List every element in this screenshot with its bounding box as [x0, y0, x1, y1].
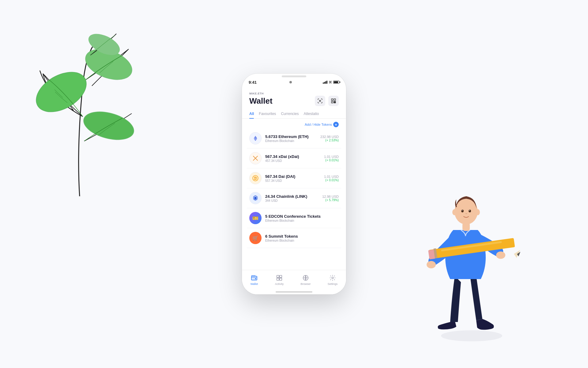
- tab-currencies[interactable]: Currencies: [281, 112, 299, 118]
- dai-token-icon: [249, 172, 262, 184]
- edcon-token-chain: Ethereum Blockchain: [265, 219, 335, 222]
- nav-activity[interactable]: Activity: [275, 274, 284, 286]
- link-token-icon: [249, 192, 262, 204]
- browser-nav-label: Browser: [300, 282, 311, 286]
- link-change: (+ 5.79%): [322, 198, 339, 202]
- token-item-edcon[interactable]: 🎫 5 EDCON Conference Tickets Ethereum Bl…: [247, 208, 341, 228]
- eth-token-values: 232.98 USD (+ 2.53%): [320, 135, 339, 142]
- eth-usd-value: 232.98 USD: [320, 135, 339, 139]
- eth-change: (+ 2.53%): [320, 139, 339, 142]
- dai-token-sub: 557.34 USD: [265, 179, 320, 182]
- edcon-token-icon: 🎫: [249, 212, 262, 224]
- settings-nav-icon: [329, 274, 336, 282]
- browser-nav-icon: [302, 274, 309, 282]
- link-token-values: 12.98 USD (+ 5.79%): [322, 195, 339, 202]
- eth-token-chain: Ethereum Blockchain: [265, 139, 317, 143]
- qr-button[interactable]: [328, 96, 339, 106]
- svg-point-33: [441, 330, 502, 341]
- eth-token-icon: [249, 132, 262, 144]
- add-tokens-bar: Add / Hide Tokens +: [242, 119, 346, 128]
- svg-rect-11: [334, 102, 335, 102]
- phone-content: MIKE.ETH Wallet: [242, 87, 346, 294]
- dai-token-name: 567.34 Dai (DAI): [265, 174, 320, 179]
- tab-favourites[interactable]: Favourites: [259, 112, 276, 118]
- signal-icon: [323, 81, 327, 84]
- scan-button[interactable]: [315, 96, 325, 106]
- xdai-token-info: 567.34 xDai (xDai) 457.34 USD: [265, 154, 320, 163]
- svg-rect-47: [462, 222, 470, 231]
- add-tokens-icon: +: [333, 122, 339, 127]
- svg-rect-9: [334, 99, 336, 100]
- svg-point-34: [427, 261, 436, 268]
- token-item-summit[interactable]: 🛒 6 Summit Tokens Ethereum Blockchain: [247, 228, 341, 248]
- wallet-nav-icon: [251, 274, 258, 282]
- svg-rect-12: [335, 102, 336, 102]
- dai-usd-value: 1.01 USD: [324, 175, 339, 178]
- nav-wallet[interactable]: Wallet: [251, 274, 258, 286]
- nav-settings[interactable]: Settings: [328, 274, 338, 286]
- edcon-token-info: 5 EDCON Conference Tickets Ethereum Bloc…: [265, 214, 335, 222]
- settings-nav-label: Settings: [328, 282, 338, 286]
- wifi-icon: ⌘: [329, 80, 332, 84]
- dai-change: (+ 0.01%): [324, 178, 339, 182]
- nav-browser[interactable]: Browser: [300, 274, 311, 286]
- svg-point-44: [469, 210, 470, 211]
- username-label: MIKE.ETH: [249, 92, 339, 95]
- svg-point-46: [476, 209, 480, 215]
- svg-point-7: [319, 100, 321, 102]
- token-item-eth[interactable]: 5.6733 Ethereum (ETH) Ethereum Blockchai…: [247, 128, 341, 148]
- xdai-token-sub: 457.34 USD: [265, 159, 320, 163]
- summit-token-icon: 🛒: [249, 232, 262, 244]
- wallet-header: MIKE.ETH Wallet: [242, 87, 346, 106]
- leaf-decoration: [18, 25, 147, 209]
- person-illustration: [410, 159, 533, 343]
- token-list: 5.6733 Ethereum (ETH) Ethereum Blockchai…: [242, 128, 346, 248]
- tab-all[interactable]: All: [249, 112, 254, 118]
- page-title: Wallet: [249, 96, 273, 106]
- header-action-icons: [315, 96, 339, 106]
- link-token-info: 24.34 Chainlink (LINK) 344 USD: [265, 194, 318, 202]
- link-token-sub: 344 USD: [265, 199, 318, 202]
- activity-nav-icon: [276, 274, 283, 282]
- link-token-name: 24.34 Chainlink (LINK): [265, 194, 318, 199]
- svg-rect-24: [251, 276, 257, 280]
- svg-rect-26: [255, 278, 256, 279]
- svg-rect-27: [277, 275, 279, 278]
- svg-point-45: [452, 209, 457, 215]
- tab-attestation[interactable]: Attestatio: [303, 112, 319, 118]
- add-tokens-label: Add / Hide Tokens: [305, 123, 332, 126]
- tab-bar: All Favourites Currencies Attestatio: [242, 108, 346, 119]
- svg-point-43: [462, 210, 463, 211]
- activity-nav-label: Activity: [275, 282, 284, 286]
- camera-dot: [289, 81, 292, 83]
- wallet-nav-label: Wallet: [251, 282, 258, 286]
- svg-rect-14: [335, 102, 336, 103]
- svg-rect-10: [331, 102, 333, 103]
- summit-token-info: 6 Summit Tokens Ethereum Blockchain: [265, 234, 335, 242]
- xdai-token-icon: [249, 152, 262, 164]
- link-usd-value: 12.98 USD: [322, 195, 339, 198]
- xdai-token-name: 567.34 xDai (xDai): [265, 154, 320, 159]
- token-item-xdai[interactable]: 567.34 xDai (xDai) 457.34 USD 1.01 USD (…: [247, 148, 341, 168]
- eth-token-info: 5.6733 Ethereum (ETH) Ethereum Blockchai…: [265, 134, 317, 143]
- notch-pill: [282, 75, 306, 77]
- svg-rect-8: [331, 99, 333, 100]
- phone-body: 9:41 ⌘: [242, 74, 346, 294]
- token-item-dai[interactable]: 567.34 Dai (DAI) 557.34 USD 1.01 USD (+ …: [247, 168, 341, 188]
- home-indicator: [276, 291, 312, 293]
- token-item-link[interactable]: 24.34 Chainlink (LINK) 344 USD 12.98 USD…: [247, 188, 341, 208]
- edcon-token-name: 5 EDCON Conference Tickets: [265, 214, 335, 219]
- title-row: Wallet: [249, 96, 339, 106]
- eth-token-name: 5.6733 Ethereum (ETH): [265, 134, 317, 139]
- battery-icon: [333, 81, 339, 84]
- bottom-nav: Wallet Activity: [242, 270, 346, 294]
- add-tokens-button[interactable]: Add / Hide Tokens +: [305, 122, 339, 127]
- svg-rect-30: [280, 278, 282, 280]
- svg-point-1: [30, 64, 92, 120]
- svg-rect-28: [280, 275, 282, 278]
- svg-rect-13: [334, 102, 335, 103]
- xdai-change: (+ 0.01%): [324, 159, 339, 162]
- svg-rect-29: [277, 278, 279, 280]
- xdai-usd-value: 1.01 USD: [324, 155, 339, 159]
- dai-token-info: 567.34 Dai (DAI) 557.34 USD: [265, 174, 320, 182]
